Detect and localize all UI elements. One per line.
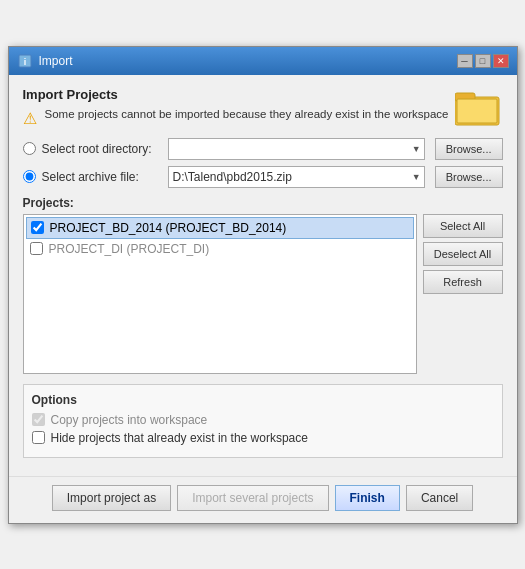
maximize-button[interactable]: □ <box>475 54 491 68</box>
root-directory-combo-wrapper: ▼ <box>168 138 425 160</box>
project-checkbox-1[interactable] <box>30 242 43 255</box>
root-directory-input[interactable] <box>168 138 425 160</box>
svg-text:i: i <box>23 57 26 67</box>
option-label-0: Copy projects into workspace <box>51 413 208 427</box>
title-bar: i Import ─ □ ✕ <box>9 47 517 75</box>
deselect-all-button[interactable]: Deselect All <box>423 242 503 266</box>
title-controls: ─ □ ✕ <box>457 54 509 68</box>
archive-file-browse-button[interactable]: Browse... <box>435 166 503 188</box>
header-section: Import Projects ⚠ Some projects cannot b… <box>23 87 503 128</box>
section-title: Import Projects <box>23 87 503 102</box>
project-name-0: PROJECT_BD_2014 (PROJECT_BD_2014) <box>50 221 287 235</box>
archive-file-combo-wrapper: ▼ <box>168 166 425 188</box>
svg-rect-4 <box>457 99 497 123</box>
minimize-button[interactable]: ─ <box>457 54 473 68</box>
option-row-1: Hide projects that already exist in the … <box>32 431 494 445</box>
options-title: Options <box>32 393 494 407</box>
footer: Import project as Import several project… <box>9 476 517 523</box>
warning-text: Some projects cannot be imported because… <box>45 108 449 120</box>
import-several-button[interactable]: Import several projects <box>177 485 328 511</box>
archive-file-input[interactable] <box>168 166 425 188</box>
option-checkbox-1[interactable] <box>32 431 45 444</box>
archive-file-row: Select archive file: ▼ Browse... <box>23 166 503 188</box>
option-label-1: Hide projects that already exist in the … <box>51 431 308 445</box>
close-button[interactable]: ✕ <box>493 54 509 68</box>
projects-area: PROJECT_BD_2014 (PROJECT_BD_2014) PROJEC… <box>23 214 503 374</box>
folder-icon <box>455 87 503 129</box>
root-directory-row: Select root directory: ▼ Browse... <box>23 138 503 160</box>
side-buttons: Select All Deselect All Refresh <box>423 214 503 374</box>
option-row-0: Copy projects into workspace <box>32 413 494 427</box>
option-checkbox-0[interactable] <box>32 413 45 426</box>
cancel-button[interactable]: Cancel <box>406 485 473 511</box>
root-directory-label: Select root directory: <box>42 142 162 156</box>
projects-list[interactable]: PROJECT_BD_2014 (PROJECT_BD_2014) PROJEC… <box>23 214 417 374</box>
import-project-as-button[interactable]: Import project as <box>52 485 171 511</box>
dialog-body: Import Projects ⚠ Some projects cannot b… <box>9 75 517 470</box>
project-item-1[interactable]: PROJECT_DI (PROJECT_DI) <box>26 239 414 259</box>
project-name-1: PROJECT_DI (PROJECT_DI) <box>49 242 210 256</box>
root-directory-browse-button[interactable]: Browse... <box>435 138 503 160</box>
refresh-button[interactable]: Refresh <box>423 270 503 294</box>
options-section: Options Copy projects into workspace Hid… <box>23 384 503 458</box>
project-item-0[interactable]: PROJECT_BD_2014 (PROJECT_BD_2014) <box>26 217 414 239</box>
finish-button[interactable]: Finish <box>335 485 400 511</box>
select-all-button[interactable]: Select All <box>423 214 503 238</box>
root-directory-radio[interactable] <box>23 142 36 155</box>
dialog-title: Import <box>39 54 73 68</box>
warning-icon: ⚠ <box>23 109 37 128</box>
warning-box: ⚠ Some projects cannot be imported becau… <box>23 108 503 128</box>
archive-file-radio[interactable] <box>23 170 36 183</box>
import-dialog: i Import ─ □ ✕ Import Projects ⚠ Some pr… <box>8 46 518 524</box>
project-checkbox-0[interactable] <box>31 221 44 234</box>
projects-label: Projects: <box>23 196 503 210</box>
dialog-icon: i <box>17 53 33 69</box>
archive-file-label: Select archive file: <box>42 170 162 184</box>
title-bar-left: i Import <box>17 53 73 69</box>
